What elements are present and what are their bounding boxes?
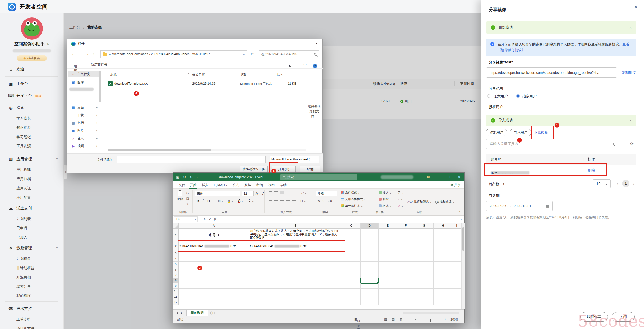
bold-button[interactable]: B <box>197 199 199 203</box>
recent-locations-icon[interactable]: ⌄ <box>87 52 89 56</box>
delete-cells-button[interactable]: 删除 ⌄ <box>379 197 392 201</box>
toast-close-icon[interactable]: × <box>629 118 632 123</box>
cell-B10[interactable] <box>249 289 342 294</box>
cell-I9[interactable] <box>452 283 461 289</box>
cell-E3[interactable] <box>379 251 397 256</box>
cancel-entry-icon[interactable]: × <box>204 217 206 221</box>
sheet-hscrollbar[interactable] <box>403 312 459 314</box>
sidebar-item-devplatform[interactable]: ⌨开发平台beta <box>0 90 63 102</box>
zoom-in-icon[interactable]: + <box>444 318 446 321</box>
cell-A3[interactable] <box>179 251 249 256</box>
cell-E6[interactable] <box>379 267 397 272</box>
row-header-11[interactable]: 11 <box>173 294 179 299</box>
copy-link-button[interactable]: 复制链接 <box>622 70 636 75</box>
format-painter-icon[interactable]: ✎ <box>186 203 189 206</box>
cell-G2[interactable] <box>415 242 434 251</box>
cell-B9[interactable] <box>249 283 342 289</box>
zoom-out-icon[interactable]: − <box>415 318 416 321</box>
cell-C12[interactable] <box>342 299 361 305</box>
name-box[interactable]: D8▾ <box>174 216 198 222</box>
sidebar-item-leads[interactable]: 线索分享 <box>0 282 63 291</box>
quickaccess-dropdown-icon[interactable]: ⌄ <box>197 176 199 179</box>
tab-home[interactable]: 开始 <box>190 183 197 187</box>
address-dropdown-icon[interactable]: ⌄ <box>243 52 245 56</box>
sidebar-item-applied[interactable]: 已申请 <box>0 224 63 233</box>
row-header-10[interactable]: 10 <box>173 289 179 294</box>
cell-I11[interactable] <box>452 294 461 299</box>
cell-F10[interactable] <box>397 289 415 294</box>
cell-G6[interactable] <box>415 267 434 272</box>
cell-A6[interactable] <box>179 267 249 272</box>
row-header-7[interactable]: 7 <box>173 272 179 278</box>
cell-F6[interactable] <box>397 267 415 272</box>
tree-item-videos[interactable]: ▶视频✦ <box>68 143 100 149</box>
cell-D2[interactable] <box>361 242 379 251</box>
autosum-icon[interactable]: Σ ⌄ <box>398 191 403 195</box>
cell-F7[interactable] <box>397 272 415 278</box>
cell-H4[interactable] <box>434 256 452 262</box>
col-date[interactable]: 修改日期 <box>192 73 205 77</box>
sidebar-item-quota[interactable]: 我的额度 <box>0 291 63 300</box>
filename-input[interactable]: ⌄ <box>117 156 266 163</box>
cell-H5[interactable] <box>434 262 452 267</box>
cell-G12[interactable] <box>415 299 434 305</box>
view-pagebreak-icon[interactable]: ▥ <box>400 318 402 321</box>
tab-insert[interactable]: 插入 <box>202 183 208 187</box>
row-header-2[interactable]: 2 <box>173 242 179 251</box>
radio-specified-user-label[interactable]: 指定用户 <box>522 94 537 99</box>
preview-pane-icon[interactable]: ▭ <box>303 62 307 66</box>
cell-C1[interactable] <box>342 229 361 242</box>
close-button[interactable]: 关闭 <box>612 312 635 322</box>
cell-B2[interactable]: f8364a13c1334e07fe <box>249 242 342 251</box>
cell-F11[interactable] <box>397 294 415 299</box>
cell-G7[interactable] <box>415 272 434 278</box>
enter-entry-icon[interactable]: ✓ <box>209 217 211 221</box>
cell-C2[interactable] <box>342 242 361 251</box>
cell-D9[interactable] <box>361 283 379 289</box>
file-row[interactable]: X downloadTemplete.xlsx 2025/9/25 14:36 … <box>108 79 306 88</box>
col-type[interactable]: 类型 <box>240 73 246 77</box>
cell-F2[interactable] <box>397 242 415 251</box>
format-cells-button[interactable]: 格式 ⌄ <box>379 204 392 208</box>
borders-icon[interactable]: ⊞ ⌄ <box>218 199 224 203</box>
grid-vscrollbar[interactable] <box>461 223 465 309</box>
keyword-search-input[interactable]: 请输入关键字搜索 <box>486 139 617 149</box>
drawer-close-icon[interactable]: × <box>634 4 637 10</box>
cell-I7[interactable] <box>452 272 461 278</box>
share-button[interactable]: ⧉ 共享 <box>451 183 461 187</box>
sidebar-item-app-config[interactable]: 应用配置 <box>0 193 63 202</box>
cell-F1[interactable] <box>397 229 415 242</box>
phonetic-icon[interactable]: 文 ⌄ <box>248 199 254 203</box>
cell-B11[interactable] <box>249 294 342 299</box>
cell-B5[interactable] <box>249 262 342 267</box>
cell-E12[interactable] <box>379 299 397 305</box>
tree-item-home[interactable]: ⌂主文件夹 <box>68 71 100 77</box>
cell-I10[interactable] <box>452 289 461 294</box>
orientation-icon[interactable]: ⤢ ⌄ <box>301 191 307 195</box>
row-header-5[interactable]: 5 <box>173 262 179 267</box>
zoom-slider[interactable] <box>420 318 442 318</box>
col-header-A[interactable]: A <box>179 223 249 229</box>
delete-button[interactable]: 删除 <box>588 168 595 173</box>
tree-item-downloads[interactable]: ↓下载✦ <box>68 112 100 118</box>
redo-icon[interactable]: ↻ <box>190 175 193 179</box>
cell-C8[interactable] <box>342 278 361 283</box>
col-header-G[interactable]: G <box>415 223 434 229</box>
cell-B3[interactable] <box>249 251 342 256</box>
font-family-select[interactable]: 宋体⌄ <box>195 191 240 196</box>
collapse-ribbon-icon[interactable]: ⌃ <box>458 210 461 214</box>
cell-F5[interactable] <box>397 262 415 267</box>
clear-icon[interactable]: ◇ ⌄ <box>398 204 403 208</box>
sidebar-item-welcome[interactable]: ⌂欢迎 <box>0 63 63 75</box>
row-header-3[interactable]: 3 <box>173 251 179 256</box>
tree-scrollbar[interactable] <box>99 71 101 102</box>
sidebar-item-notes[interactable]: 学习笔记 <box>0 132 63 142</box>
cell-D10[interactable] <box>361 289 379 294</box>
sidebar-item-plan-list[interactable]: 计划列表 <box>0 214 63 224</box>
dialog-titlebar[interactable]: 打开 × <box>67 39 322 48</box>
cell-G9[interactable] <box>415 283 434 289</box>
align-top-icon[interactable] <box>268 191 285 195</box>
sort-filter-button[interactable]: A∇Z 排序和筛选 ⌄ <box>407 200 431 204</box>
cell-G8[interactable] <box>415 278 434 283</box>
toast-close-icon[interactable]: × <box>629 25 632 30</box>
